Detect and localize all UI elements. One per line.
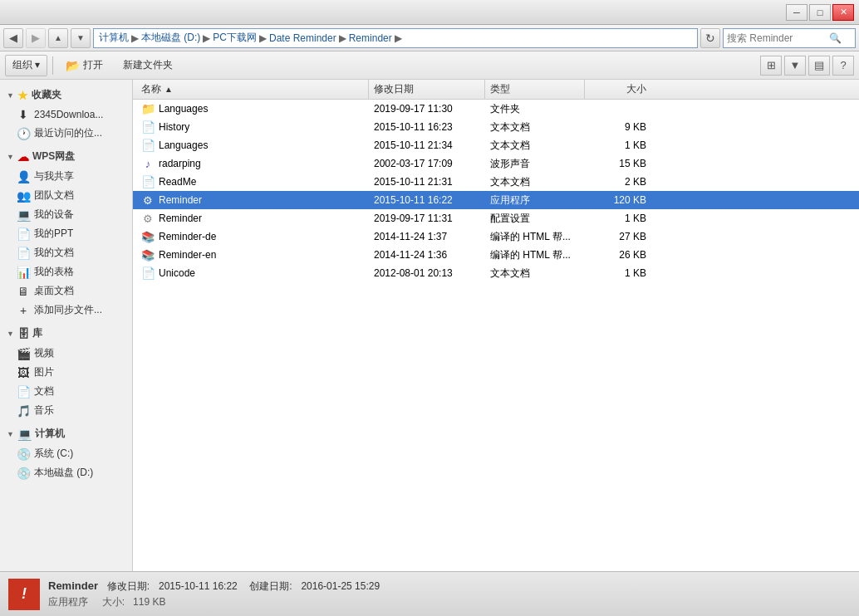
computer-icon: 💻 — [17, 428, 32, 441]
sidebar-item-recent[interactable]: 🕐 最近访问的位... — [0, 124, 132, 143]
file-date: 2015-10-11 21:31 — [369, 176, 485, 188]
new-folder-button[interactable]: 新建文件夹 — [115, 55, 180, 76]
sidebar-mydocs-label: 我的文档 — [34, 246, 74, 260]
sidebar-item-docs[interactable]: 📄 文档 — [0, 382, 132, 401]
search-icon[interactable]: 🔍 — [827, 30, 843, 46]
sidebar-item-sheets[interactable]: 📊 我的表格 — [0, 262, 132, 281]
table-row[interactable]: 📄 ReadMe 2015-10-11 21:31 文本文档 2 KB — [133, 173, 859, 191]
sidebar-header-favorites[interactable]: ▼ ★ 收藏夹 — [0, 85, 132, 105]
recent-button[interactable]: ▼ — [71, 28, 91, 48]
file-name: ReadMe — [159, 176, 196, 188]
open-button[interactable]: 📂 打开 — [58, 55, 110, 76]
help-button[interactable]: ? — [832, 56, 854, 76]
table-row[interactable]: ⚙ Reminder 2015-10-11 16:22 应用程序 120 KB — [133, 191, 859, 209]
sidebar-favorites-label: 收藏夹 — [32, 88, 61, 102]
table-row[interactable]: 📄 Unicode 2012-08-01 20:13 文本文档 1 KB — [133, 264, 859, 282]
sidebar-sheets-label: 我的表格 — [34, 265, 74, 279]
toolbar-right: ⊞ ▼ ▤ ? — [760, 56, 854, 76]
status-filename: Reminder 修改日期: 2015-10-11 16:22 创建日期: 20… — [48, 579, 380, 594]
sidebar-item-music[interactable]: 🎵 音乐 — [0, 401, 132, 420]
sync-icon: + — [17, 304, 30, 317]
chm-icon: 📚 — [141, 248, 155, 262]
file-size: 15 KB — [585, 158, 651, 169]
refresh-button[interactable]: ↻ — [700, 28, 720, 48]
sysC-icon: 💿 — [17, 447, 30, 461]
sidebar-item-images[interactable]: 🖼 图片 — [0, 363, 132, 382]
maximize-button[interactable]: □ — [809, 4, 831, 21]
file-size: 27 KB — [585, 231, 651, 242]
search-input[interactable] — [727, 32, 827, 44]
sidebar-shared-label: 与我共享 — [34, 169, 74, 183]
file-type: 应用程序 — [485, 193, 585, 208]
back-button[interactable]: ◀ — [3, 28, 23, 48]
table-row[interactable]: 📁 Languages 2019-09-17 11:30 文件夹 — [133, 100, 859, 118]
col-header-size[interactable]: 大小 — [585, 80, 651, 99]
sidebar-sync-label: 添加同步文件... — [34, 303, 102, 317]
view-toggle-button[interactable]: ▼ — [784, 56, 806, 76]
table-row[interactable]: 📄 History 2015-10-11 16:23 文本文档 9 KB — [133, 118, 859, 136]
status-created-date: 2016-01-25 15:29 — [301, 580, 380, 592]
preview-button[interactable]: ▤ — [808, 56, 830, 76]
forward-button[interactable]: ▶ — [26, 28, 46, 48]
file-type: 编译的 HTML 帮... — [485, 248, 585, 262]
up-button[interactable]: ▲ — [48, 28, 68, 48]
sidebar-item-devices[interactable]: 💻 我的设备 — [0, 205, 132, 224]
minimize-button[interactable]: ─ — [786, 4, 807, 21]
sidebar-item-video[interactable]: 🎬 视频 — [0, 344, 132, 363]
col-header-type[interactable]: 类型 — [485, 80, 585, 99]
file-name: History — [159, 121, 189, 133]
exe-icon: ⚙ — [141, 193, 155, 207]
sidebar-item-sysC[interactable]: 💿 系统 (C:) — [0, 444, 132, 463]
file-name: Unicode — [159, 267, 195, 279]
file-type: 文件夹 — [485, 102, 585, 116]
sidebar-item-ppt[interactable]: 📄 我的PPT — [0, 224, 132, 243]
sidebar-item-shared[interactable]: 👤 与我共享 — [0, 167, 132, 186]
table-row[interactable]: 📄 Languages 2015-10-11 21:34 文本文档 1 KB — [133, 136, 859, 154]
chevron-icon: ▼ — [7, 430, 14, 438]
file-list: 📁 Languages 2019-09-17 11:30 文件夹 📄 Histo… — [133, 100, 859, 571]
status-type-label: 应用程序 — [48, 596, 88, 608]
sidebar-sysC-label: 系统 (C:) — [34, 447, 73, 461]
breadcrumb-reminder[interactable]: Reminder — [349, 32, 392, 44]
search-box[interactable]: 🔍 — [723, 28, 856, 48]
col-header-name[interactable]: 名称 ▲ — [136, 80, 369, 99]
sidebar-video-label: 视频 — [34, 346, 54, 360]
file-name: Languages — [159, 103, 208, 115]
table-row[interactable]: ♪ radarping 2002-03-17 17:09 波形声音 15 KB — [133, 154, 859, 173]
images-icon: 🖼 — [17, 366, 30, 379]
sidebar-item-team[interactable]: 👥 团队文档 — [0, 186, 132, 205]
file-size: 1 KB — [585, 213, 651, 224]
file-name: Languages — [159, 139, 208, 151]
wav-icon: ♪ — [141, 157, 155, 170]
breadcrumb-pc[interactable]: PC下载网 — [213, 31, 257, 45]
breadcrumb-datereminder[interactable]: Date Reminder — [269, 32, 336, 44]
breadcrumb-d[interactable]: 本地磁盘 (D:) — [141, 31, 200, 45]
file-type: 文本文档 — [485, 120, 585, 134]
table-row[interactable]: 📚 Reminder-de 2014-11-24 1:37 编译的 HTML 帮… — [133, 227, 859, 246]
breadcrumb-computer[interactable]: 计算机 — [99, 31, 129, 45]
table-row[interactable]: 📚 Reminder-en 2014-11-24 1:36 编译的 HTML 帮… — [133, 246, 859, 264]
status-file-icon: ! — [8, 579, 40, 610]
sidebar-header-wps[interactable]: ▼ ☁ WPS网盘 — [0, 146, 132, 167]
sidebar-item-localD[interactable]: 💿 本地磁盘 (D:) — [0, 463, 132, 482]
file-size: 120 KB — [585, 194, 651, 206]
breadcrumb[interactable]: 计算机 ▶ 本地磁盘 (D:) ▶ PC下载网 ▶ Date Reminder … — [93, 28, 698, 48]
sidebar-item-mydocs[interactable]: 📄 我的文档 — [0, 243, 132, 262]
col-header-date[interactable]: 修改日期 — [369, 80, 485, 99]
sidebar-library-label: 库 — [32, 326, 42, 340]
sidebar-section-library: ▼ 🗄 库 🎬 视频 🖼 图片 📄 文档 🎵 音乐 — [0, 323, 132, 420]
sidebar-header-library[interactable]: ▼ 🗄 库 — [0, 323, 132, 344]
view-options-button[interactable]: ⊞ — [760, 56, 782, 76]
sidebar-music-label: 音乐 — [34, 403, 54, 418]
main-area: ▼ ★ 收藏夹 ⬇ 2345Downloa... 🕐 最近访问的位... ▼ ☁… — [0, 80, 859, 571]
file-size: 9 KB — [585, 121, 651, 133]
sidebar-header-computer[interactable]: ▼ 💻 计算机 — [0, 423, 132, 444]
close-button[interactable]: ✕ — [832, 4, 854, 21]
sidebar-item-desktop[interactable]: 🖥 桌面文档 — [0, 281, 132, 301]
organize-button[interactable]: 组织 ▾ — [5, 55, 47, 76]
toolbar: 组织 ▾ 📂 打开 新建文件夹 ⊞ ▼ ▤ ? — [0, 51, 859, 80]
file-size: 1 KB — [585, 139, 651, 151]
sidebar-item-downloads[interactable]: ⬇ 2345Downloa... — [0, 105, 132, 124]
sidebar-item-sync[interactable]: + 添加同步文件... — [0, 301, 132, 320]
table-row[interactable]: ⚙ Reminder 2019-09-17 11:31 配置设置 1 KB — [133, 209, 859, 227]
